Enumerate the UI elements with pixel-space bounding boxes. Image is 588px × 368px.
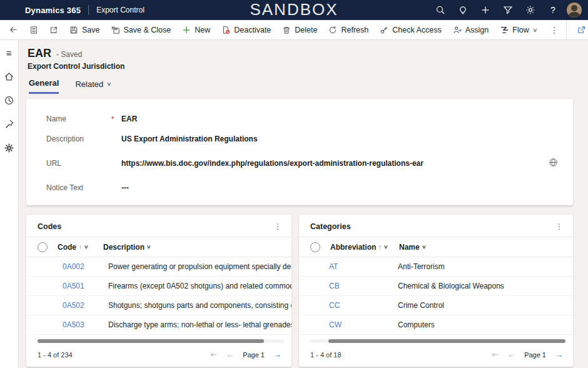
category-link[interactable]: CC [329, 301, 398, 310]
new-label: New [195, 26, 210, 34]
categories-column-name[interactable]: Name ∨ [399, 243, 426, 252]
code-link[interactable]: 0A002 [63, 262, 108, 271]
assign-label: Assign [465, 26, 489, 34]
code-link[interactable]: 0A501 [63, 282, 108, 290]
category-name-cell: Computers [398, 320, 573, 329]
lightbulb-icon[interactable] [452, 0, 474, 20]
record-entity-name: Export Control Jurisdiction [28, 62, 588, 71]
first-page-icon[interactable]: ⇤ [492, 350, 499, 359]
categories-subgrid-title: Categories [310, 222, 351, 231]
deactivate-label: Deactivate [234, 26, 271, 34]
sitemap-toggle-icon[interactable]: ≡ [1, 45, 18, 60]
url-field-value[interactable]: https://www.bis.doc.gov/index.php/regula… [121, 159, 549, 168]
tab-general[interactable]: General [29, 78, 59, 94]
table-row[interactable]: AT Anti-Terrorism [299, 257, 573, 277]
scrollbar-thumb[interactable] [38, 339, 264, 343]
app-name[interactable]: Export Control [96, 6, 144, 14]
settings-gear-icon[interactable] [519, 0, 542, 20]
codes-pagination: 1 - 4 of 234 ⇤ ← Page 1 → [26, 343, 291, 363]
code-description-cell: Shotguns; shotguns parts and components,… [108, 301, 291, 310]
open-url-globe-icon[interactable] [549, 158, 558, 169]
save-and-close-label: Save & Close [124, 26, 171, 34]
previous-page-icon[interactable]: ← [226, 350, 234, 359]
codes-header-row: Code ↑ ∨ Description ∨ [26, 237, 291, 257]
dynamics-365-brand[interactable]: Dynamics 365 [25, 6, 81, 15]
categories-column-abbreviation-label: Abbreviation [330, 243, 376, 252]
assign-button[interactable]: Assign [447, 20, 495, 39]
description-field-label: Description [46, 135, 111, 143]
description-field-value[interactable]: US Export Administration Regulations [121, 135, 258, 143]
topbar-actions: ? [429, 0, 588, 20]
save-and-close-button[interactable]: Save & Close [106, 20, 177, 39]
categories-select-all-checkbox[interactable] [310, 242, 320, 252]
name-field-value[interactable]: EAR [121, 115, 137, 123]
codes-select-all-checkbox[interactable] [38, 242, 48, 252]
save-button[interactable]: Save [64, 20, 106, 39]
sort-ascending-icon: ↑ [378, 243, 382, 250]
command-bar: Save Save & Close New Deactivate Delete … [0, 20, 588, 40]
pinned-pushpin-icon[interactable] [1, 116, 18, 131]
settings-area-gear-icon[interactable] [1, 140, 18, 155]
scrollbar-thumb[interactable] [328, 339, 565, 343]
previous-page-icon[interactable]: ← [507, 350, 515, 359]
notice-text-field-value[interactable]: --- [121, 183, 129, 192]
categories-horizontal-scrollbar[interactable] [310, 339, 565, 343]
home-icon[interactable] [1, 69, 18, 84]
categories-more-commands-icon[interactable]: ⋮ [555, 222, 563, 231]
category-link[interactable]: AT [329, 262, 398, 271]
codes-column-code[interactable]: Code ↑ ∨ [58, 243, 103, 252]
check-access-button[interactable]: Check Access [374, 20, 447, 39]
tab-general-label: General [29, 78, 59, 88]
next-page-icon[interactable]: → [273, 350, 281, 359]
recent-clock-icon[interactable] [1, 93, 18, 108]
table-row[interactable]: 0A002 Power generating or propulsion equ… [26, 257, 291, 277]
form-selector-icon[interactable] [24, 20, 44, 39]
table-row[interactable]: CC Crime Control [299, 296, 573, 315]
top-navigation-bar: Dynamics 365 Export Control SANDBOX ? [0, 0, 588, 20]
codes-column-description[interactable]: Description ∨ [103, 243, 151, 252]
code-link[interactable]: 0A502 [63, 301, 108, 310]
sandbox-environment-banner: SANDBOX [250, 0, 338, 19]
topbar-divider [88, 5, 89, 15]
subgrid-row: Codes ⋮ Code ↑ ∨ Description ∨ [26, 215, 573, 367]
table-row[interactable]: CW Computers [299, 315, 573, 335]
field-name: Name * EAR [26, 109, 573, 129]
flow-button[interactable]: Flow ∨ [494, 20, 542, 39]
table-row[interactable]: CB Chemical & Biological Weapons [299, 277, 573, 296]
table-row[interactable]: 0A503 Discharge type arms; non-lethal or… [26, 315, 291, 335]
category-link[interactable]: CB [329, 282, 398, 290]
search-icon[interactable] [429, 0, 452, 20]
site-map-rail: ≡ [0, 40, 19, 368]
new-button[interactable]: New [176, 20, 216, 39]
codes-subgrid-title: Codes [38, 222, 61, 231]
back-button[interactable] [0, 20, 24, 39]
categories-record-count: 1 - 4 of 18 [310, 351, 492, 359]
code-link[interactable]: 0A503 [63, 320, 108, 329]
codes-subgrid: Codes ⋮ Code ↑ ∨ Description ∨ [26, 215, 291, 367]
record-header: EAR - Saved Export Control Jurisdiction … [19, 40, 588, 94]
category-link[interactable]: CW [329, 320, 398, 329]
record-save-status: - Saved [56, 50, 82, 59]
column-chevron-icon: ∨ [383, 244, 388, 250]
table-row[interactable]: 0A501 Firearms (except 0A502 shotguns) a… [26, 277, 291, 296]
open-in-new-window-icon[interactable] [44, 20, 64, 39]
first-page-icon[interactable]: ⇤ [210, 350, 217, 359]
categories-column-abbreviation[interactable]: Abbreviation ↑ ∨ [330, 243, 399, 252]
next-page-icon[interactable]: → [555, 350, 563, 359]
quick-create-plus-icon[interactable] [474, 0, 497, 20]
more-commands-icon[interactable]: ⋮ [542, 25, 566, 35]
filter-icon[interactable] [497, 0, 519, 20]
deactivate-button[interactable]: Deactivate [216, 20, 276, 39]
codes-more-commands-icon[interactable]: ⋮ [274, 222, 281, 231]
table-row[interactable]: 0A502 Shotguns; shotguns parts and compo… [26, 296, 291, 315]
flow-chevron-down-icon: ∨ [532, 27, 538, 33]
share-button[interactable]: Share ∨ [566, 20, 588, 39]
delete-button[interactable]: Delete [276, 20, 323, 39]
codes-horizontal-scrollbar[interactable] [38, 339, 284, 343]
tab-related[interactable]: Related ∨ [75, 78, 111, 94]
category-name-cell: Anti-Terrorism [398, 262, 573, 271]
url-field-label: URL [46, 159, 111, 168]
refresh-button[interactable]: Refresh [323, 20, 374, 39]
help-icon[interactable]: ? [542, 0, 564, 20]
user-avatar[interactable] [567, 3, 582, 18]
